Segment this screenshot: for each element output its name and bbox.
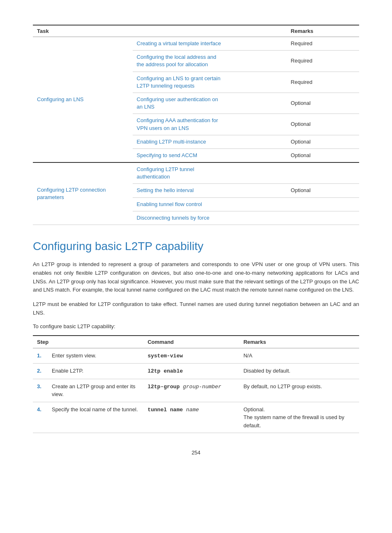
- remarks-cell: [287, 162, 359, 184]
- table-row: Configuring L2TP connectionparametersCon…: [33, 162, 359, 184]
- link-cell[interactable]: Configuring L2TP tunnelauthentication: [133, 162, 287, 184]
- bottom-table: Step Command Remarks 1.Enter system view…: [33, 335, 359, 433]
- step-description: Enter system view.: [48, 348, 143, 364]
- command-cell: system-view: [143, 348, 239, 364]
- intro-label: To configure basic L2TP capability:: [33, 323, 359, 329]
- link-cell[interactable]: Setting the hello interval: [133, 184, 287, 197]
- link-cell[interactable]: Configuring user authentication onan LNS: [133, 93, 287, 114]
- step-description: Specify the local name of the tunnel.: [48, 402, 143, 433]
- task-cell: Configuring an LNS: [33, 37, 133, 163]
- link-cell[interactable]: Configuring the local address andthe add…: [133, 51, 287, 72]
- top-table-task-header: Task: [33, 25, 287, 37]
- link-cell[interactable]: Enabling L2TP multi-instance: [133, 135, 287, 148]
- remarks-cell: Disabled by default.: [239, 364, 359, 379]
- step-number: 1.: [33, 348, 48, 364]
- command-cell: l2tp-group group-number: [143, 379, 239, 402]
- link-cell[interactable]: Creating a virtual template interface: [133, 37, 287, 51]
- step-description: Create an L2TP group and enter its view.: [48, 379, 143, 402]
- remarks-cell: N/A: [239, 348, 359, 364]
- remarks-cell: Optional: [287, 93, 359, 114]
- link-cell[interactable]: Configuring AAA authentication forVPN us…: [133, 114, 287, 135]
- link-cell[interactable]: Disconnecting tunnels by force: [133, 211, 287, 225]
- remarks-cell: [287, 211, 359, 225]
- link-cell[interactable]: Configuring an LNS to grant certainL2TP …: [133, 72, 287, 93]
- top-table: Task Remarks Configuring an LNSCreating …: [33, 25, 359, 225]
- bottom-table-step-header: Step: [33, 336, 143, 348]
- table-row: 3.Create an L2TP group and enter its vie…: [33, 379, 359, 402]
- link-cell[interactable]: Specifying to send ACCM: [133, 148, 287, 162]
- step-number: 2.: [33, 364, 48, 379]
- step-number: 4.: [33, 402, 48, 433]
- remarks-cell: Optional: [287, 184, 359, 197]
- table-row: 4.Specify the local name of the tunnel.t…: [33, 402, 359, 433]
- table-row: 2.Enable L2TP.l2tp enableDisabled by def…: [33, 364, 359, 379]
- bottom-table-remarks-header: Remarks: [239, 336, 359, 348]
- remarks-cell: By default, no L2TP group exists.: [239, 379, 359, 402]
- body-paragraph-1: An L2TP group is intended to represent a…: [33, 260, 359, 294]
- command-cell: l2tp enable: [143, 364, 239, 379]
- remarks-cell: Optional.The system name of the firewall…: [239, 402, 359, 433]
- top-table-remarks-header: Remarks: [287, 25, 359, 37]
- step-description: Enable L2TP.: [48, 364, 143, 379]
- command-cell: tunnel name name: [143, 402, 239, 433]
- remarks-cell: Required: [287, 51, 359, 72]
- remarks-cell: Required: [287, 72, 359, 93]
- table-row: Configuring an LNSCreating a virtual tem…: [33, 37, 359, 51]
- section-title: Configuring basic L2TP capability: [33, 240, 359, 253]
- remarks-cell: [287, 197, 359, 211]
- remarks-cell: Required: [287, 37, 359, 51]
- remarks-cell: Optional: [287, 135, 359, 148]
- remarks-cell: Optional: [287, 114, 359, 135]
- task-cell: Configuring L2TP connectionparameters: [33, 162, 133, 225]
- bottom-table-command-header: Command: [143, 336, 239, 348]
- body-paragraph-2: L2TP must be enabled for L2TP configurat…: [33, 300, 359, 317]
- table-row: 1.Enter system view.system-viewN/A: [33, 348, 359, 364]
- link-cell[interactable]: Enabling tunnel flow control: [133, 197, 287, 211]
- page-number: 254: [33, 450, 359, 456]
- remarks-cell: Optional: [287, 148, 359, 162]
- step-number: 3.: [33, 379, 48, 402]
